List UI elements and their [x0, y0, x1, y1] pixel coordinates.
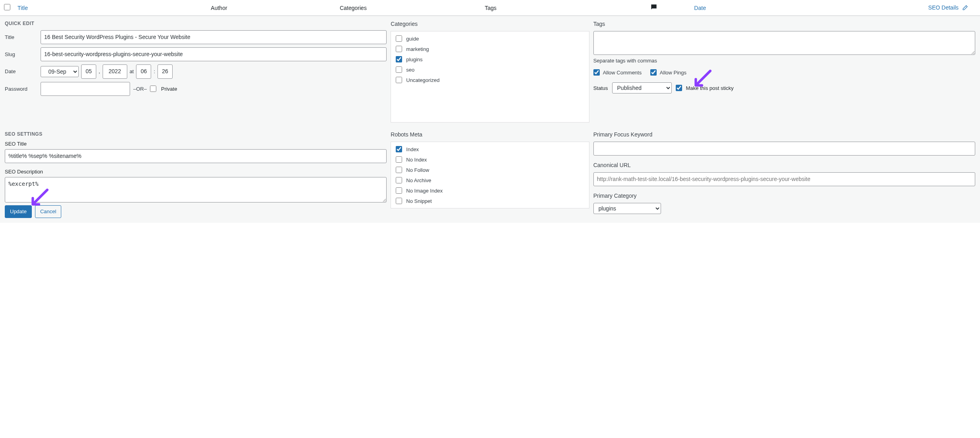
categories-heading: Categories [391, 21, 589, 27]
column-author: Author [211, 5, 340, 11]
allow-comments-label: Allow Comments [603, 70, 642, 76]
sticky-checkbox[interactable] [676, 85, 682, 91]
seo-title-label: SEO Title [5, 141, 387, 147]
tags-heading: Tags [593, 21, 975, 27]
title-input[interactable] [41, 30, 387, 44]
robots-checkbox[interactable] [396, 198, 402, 204]
comment-icon [650, 3, 658, 11]
private-label: Private [161, 86, 177, 92]
annotation-arrow-icon [29, 188, 49, 208]
categories-box: guidemarketingpluginsseoUncategorized [391, 31, 589, 123]
robots-item: No Archive [396, 177, 584, 183]
category-item: marketing [396, 46, 584, 52]
year-input[interactable] [103, 64, 127, 78]
primary-category-select[interactable]: plugins [593, 203, 661, 214]
category-label: seo [406, 67, 414, 73]
focus-keyword-label: Primary Focus Keyword [593, 131, 975, 138]
column-seo-details[interactable]: SEO Details [807, 4, 976, 11]
or-text: –OR– [133, 86, 147, 92]
robots-item: No Follow [396, 167, 584, 173]
category-checkbox[interactable] [396, 35, 402, 42]
column-date[interactable]: Date [694, 5, 807, 11]
annotation-arrow-icon [692, 69, 712, 90]
slug-input[interactable] [41, 47, 387, 61]
robots-label: No Index [406, 157, 427, 163]
seo-desc-label: SEO Description [5, 169, 387, 175]
password-label: Password [5, 86, 37, 92]
column-tags: Tags [485, 5, 614, 11]
seo-settings-heading: SEO SETTINGS [5, 131, 387, 137]
robots-checkbox[interactable] [396, 177, 402, 183]
robots-item: No Index [396, 156, 584, 163]
category-checkbox[interactable] [396, 56, 402, 62]
tags-textarea[interactable] [593, 31, 975, 55]
robots-label: No Image Index [406, 188, 443, 194]
quick-edit-panel: QUICK EDIT Title Slug Date 09-Sep , [0, 16, 980, 223]
canonical-url-label: Canonical URL [593, 162, 975, 168]
robots-meta-heading: Robots Meta [391, 131, 589, 138]
category-label: plugins [406, 56, 422, 62]
robots-checkbox[interactable] [396, 156, 402, 163]
seo-title-input[interactable] [5, 149, 387, 163]
robots-item: Index [396, 146, 584, 152]
month-select[interactable]: 09-Sep [41, 66, 79, 77]
robots-box: IndexNo IndexNo FollowNo ArchiveNo Image… [391, 142, 589, 208]
robots-label: No Snippet [406, 198, 432, 204]
category-checkbox[interactable] [396, 66, 402, 73]
robots-item: No Image Index [396, 187, 584, 194]
minute-input[interactable] [158, 64, 173, 78]
password-input[interactable] [41, 82, 130, 96]
robots-label: Index [406, 146, 419, 152]
primary-category-label: Primary Category [593, 193, 975, 199]
allow-comments-checkbox[interactable] [593, 69, 600, 76]
day-input[interactable] [81, 64, 96, 78]
tags-hint: Separate tags with commas [593, 58, 975, 64]
focus-keyword-input[interactable] [593, 142, 975, 156]
date-label: Date [5, 68, 37, 74]
at-text: at [130, 68, 134, 74]
status-label: Status [593, 85, 608, 91]
category-label: guide [406, 36, 419, 42]
robots-checkbox[interactable] [396, 146, 402, 152]
quick-edit-heading: QUICK EDIT [5, 21, 387, 26]
robots-label: No Archive [406, 177, 431, 183]
comma-text: , [99, 68, 100, 74]
pencil-icon [962, 5, 968, 11]
seo-description-textarea[interactable]: %excerpt% [5, 177, 387, 202]
slug-label: Slug [5, 51, 37, 57]
robots-label: No Follow [406, 167, 429, 173]
category-item: guide [396, 35, 584, 42]
posts-table-header: Title Author Categories Tags Date SEO De… [0, 0, 980, 16]
column-comments [614, 3, 694, 12]
status-select[interactable]: Published [612, 82, 672, 93]
allow-pings-checkbox[interactable] [650, 69, 657, 76]
category-item: Uncategorized [396, 77, 584, 83]
category-label: Uncategorized [406, 77, 439, 83]
colon-text: : [154, 68, 155, 74]
robots-checkbox[interactable] [396, 167, 402, 173]
category-item: seo [396, 66, 584, 73]
category-checkbox[interactable] [396, 46, 402, 52]
hour-input[interactable] [136, 64, 151, 78]
robots-checkbox[interactable] [396, 187, 402, 194]
allow-pings-label: Allow Pings [660, 70, 686, 76]
private-checkbox[interactable] [150, 86, 156, 92]
category-checkbox[interactable] [396, 77, 402, 83]
column-title[interactable]: Title [18, 5, 211, 11]
select-all-checkbox[interactable] [4, 4, 10, 10]
update-button[interactable]: Update [5, 205, 32, 218]
robots-item: No Snippet [396, 198, 584, 204]
category-label: marketing [406, 46, 429, 52]
category-item: plugins [396, 56, 584, 62]
column-categories: Categories [340, 5, 485, 11]
canonical-url-input[interactable] [593, 172, 975, 186]
title-label: Title [5, 34, 37, 40]
